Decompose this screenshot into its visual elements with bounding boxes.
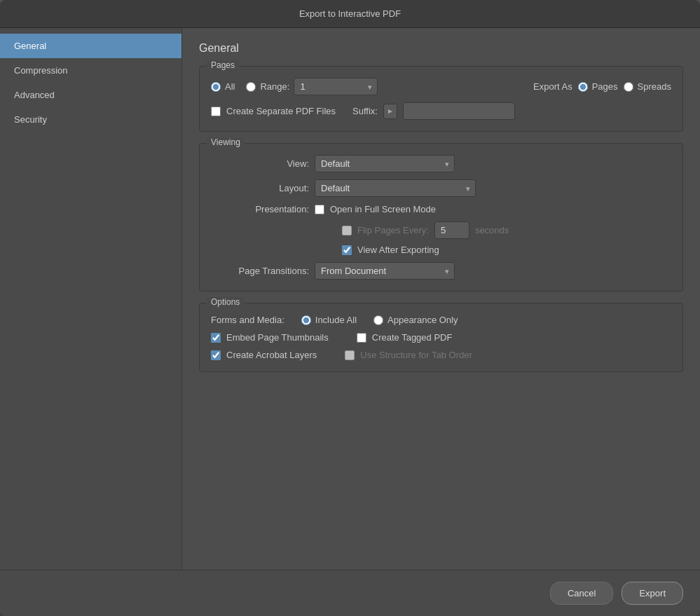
acrobat-structure-row: Create Acrobat Layers Use Structure for … bbox=[211, 350, 671, 360]
range-select[interactable]: 1 bbox=[294, 78, 378, 95]
flip-pages-checkbox[interactable] bbox=[342, 226, 352, 235]
page-transitions-select[interactable]: From Document None Blinds Horizontal Dis… bbox=[315, 262, 455, 280]
open-full-screen-checkbox[interactable] bbox=[315, 205, 324, 214]
flip-pages-label: Flip Pages Every: bbox=[357, 225, 429, 235]
export-as-spreads-radio[interactable] bbox=[624, 82, 633, 92]
export-dialog: Export to Interactive PDF General Compre… bbox=[0, 0, 700, 616]
export-as-pages-group: Pages bbox=[578, 81, 618, 92]
view-select-wrapper: Default Fit Page Fit Width Fit Height Ac… bbox=[315, 155, 455, 172]
export-as-spreads-label[interactable]: Spreads bbox=[638, 81, 671, 92]
sidebar-item-advanced[interactable]: Advanced bbox=[0, 83, 181, 107]
create-acrobat-group: Create Acrobat Layers bbox=[211, 350, 317, 360]
create-acrobat-label[interactable]: Create Acrobat Layers bbox=[226, 350, 317, 360]
range-select-wrapper: 1 bbox=[294, 78, 378, 95]
export-as-pages-radio[interactable] bbox=[578, 82, 588, 92]
create-tagged-label[interactable]: Create Tagged PDF bbox=[372, 332, 453, 343]
layout-label: Layout: bbox=[211, 183, 309, 193]
use-structure-group: Use Structure for Tab Order bbox=[345, 350, 472, 360]
embed-thumbnails-label[interactable]: Embed Page Thumbnails bbox=[226, 332, 329, 343]
view-row: View: Default Fit Page Fit Width Fit Hei… bbox=[211, 155, 671, 172]
suffix-arrow-btn[interactable]: ► bbox=[383, 104, 397, 119]
title-bar: Export to Interactive PDF bbox=[0, 0, 700, 28]
create-separate-row: Create Separate PDF Files Suffix: ► bbox=[211, 102, 671, 120]
view-after-row: View After Exporting bbox=[211, 245, 671, 255]
page-transitions-select-wrapper: From Document None Blinds Horizontal Dis… bbox=[315, 262, 455, 280]
sidebar-item-compression[interactable]: Compression bbox=[0, 58, 181, 83]
sidebar: General Compression Advanced Security bbox=[0, 28, 182, 570]
pages-all-group: All bbox=[211, 81, 235, 92]
seconds-label: seconds bbox=[475, 225, 509, 235]
embed-thumbnails-checkbox[interactable] bbox=[211, 333, 221, 343]
use-structure-label: Use Structure for Tab Order bbox=[360, 350, 472, 360]
page-transitions-row: Page Transitions: From Document None Bli… bbox=[211, 262, 671, 280]
appearance-only-label[interactable]: Appearance Only bbox=[387, 315, 458, 325]
appearance-only-radio[interactable] bbox=[373, 315, 383, 325]
flip-pages-row: Flip Pages Every: seconds bbox=[211, 221, 671, 239]
options-section-title: Options bbox=[207, 297, 244, 307]
use-structure-checkbox[interactable] bbox=[345, 350, 355, 360]
view-after-checkbox[interactable] bbox=[342, 245, 352, 255]
pages-section: Pages All Range: 1 bbox=[199, 66, 683, 132]
pages-all-radio[interactable] bbox=[211, 82, 221, 92]
thumbnails-tagged-row: Embed Page Thumbnails Create Tagged PDF bbox=[211, 332, 671, 343]
presentation-label: Presentation: bbox=[211, 204, 309, 214]
forms-media-row: Forms and Media: Include All Appearance … bbox=[211, 315, 671, 325]
options-section: Options Forms and Media: Include All App… bbox=[199, 303, 683, 372]
cancel-button[interactable]: Cancel bbox=[550, 582, 613, 605]
layout-row: Layout: Default Single Page Single Page … bbox=[211, 179, 671, 197]
layout-select[interactable]: Default Single Page Single Page Continuo… bbox=[315, 179, 476, 197]
export-as-group: Export As Pages Spreads bbox=[533, 81, 671, 92]
suffix-label: Suffix: bbox=[352, 106, 378, 116]
create-separate-label[interactable]: Create Separate PDF Files bbox=[226, 106, 336, 116]
view-after-label[interactable]: View After Exporting bbox=[357, 245, 439, 255]
flip-pages-input[interactable] bbox=[434, 221, 469, 239]
layout-select-wrapper: Default Single Page Single Page Continuo… bbox=[315, 179, 476, 197]
section-heading: General bbox=[199, 42, 683, 55]
pages-all-label[interactable]: All bbox=[225, 81, 235, 92]
create-separate-checkbox[interactable] bbox=[211, 107, 221, 116]
include-all-radio[interactable] bbox=[301, 315, 311, 325]
open-full-screen-label[interactable]: Open in Full Screen Mode bbox=[330, 204, 436, 214]
presentation-row: Presentation: Open in Full Screen Mode bbox=[211, 204, 671, 214]
sidebar-item-general[interactable]: General bbox=[0, 34, 181, 58]
appearance-only-group: Appearance Only bbox=[373, 315, 458, 325]
suffix-input[interactable] bbox=[403, 102, 515, 120]
footer: Cancel Export bbox=[0, 570, 700, 616]
export-as-pages-label[interactable]: Pages bbox=[592, 81, 618, 92]
forms-media-label: Forms and Media: bbox=[211, 315, 284, 325]
export-button[interactable]: Export bbox=[622, 582, 683, 605]
main-content: General Pages All Range: bbox=[182, 28, 700, 570]
create-tagged-checkbox[interactable] bbox=[357, 333, 366, 343]
dialog-title: Export to Interactive PDF bbox=[299, 8, 401, 19]
viewing-section-title: Viewing bbox=[207, 137, 245, 147]
embed-thumbnails-group: Embed Page Thumbnails bbox=[211, 332, 329, 343]
view-label: View: bbox=[211, 158, 309, 169]
dialog-body: General Compression Advanced Security Ge… bbox=[0, 28, 700, 570]
create-acrobat-checkbox[interactable] bbox=[211, 350, 221, 360]
viewing-section: Viewing View: Default Fit Page Fit Width… bbox=[199, 143, 683, 292]
page-transitions-label: Page Transitions: bbox=[211, 266, 309, 276]
view-select[interactable]: Default Fit Page Fit Width Fit Height Ac… bbox=[315, 155, 455, 172]
pages-range-group: Range: 1 bbox=[246, 78, 378, 95]
pages-range-radio[interactable] bbox=[246, 82, 256, 92]
pages-row: All Range: 1 Export As bbox=[211, 78, 671, 95]
sidebar-item-security[interactable]: Security bbox=[0, 107, 181, 132]
export-as-spreads-group: Spreads bbox=[624, 81, 671, 92]
export-as-label: Export As bbox=[533, 81, 572, 92]
pages-section-title: Pages bbox=[207, 60, 239, 70]
include-all-group: Include All bbox=[301, 315, 357, 325]
include-all-label[interactable]: Include All bbox=[315, 315, 357, 325]
pages-range-label[interactable]: Range: bbox=[260, 81, 289, 92]
create-tagged-group: Create Tagged PDF bbox=[357, 332, 453, 343]
